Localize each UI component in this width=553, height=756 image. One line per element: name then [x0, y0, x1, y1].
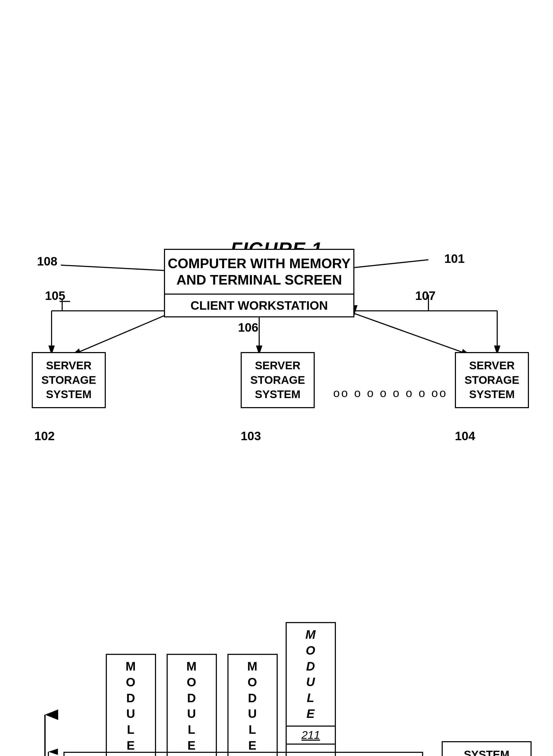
ref-106: 106 [238, 320, 258, 335]
ref-105: 105 [45, 288, 65, 303]
module-205: MODULE 205 INT 208 [106, 654, 156, 756]
module-211-letters: MODULE [287, 623, 335, 727]
module-206-letters: MODULE [168, 655, 216, 756]
framework-label: FRAMEWORK APPLICATION SOFTWARE 202 [65, 753, 422, 756]
ref-107: 107 [415, 288, 436, 303]
svg-line-5 [354, 314, 471, 355]
figure2-diagram: MODULE 205 INT 208 MODULE 206 INT 209 MO… [11, 593, 542, 756]
ref-102: 102 [34, 429, 55, 443]
server-box-right: SERVERSTORAGESYSTEM [455, 352, 529, 408]
figure1-diagram: COMPUTER WITH MEMORY AND TERMINAL SCREEN… [11, 238, 542, 577]
svg-line-1 [61, 265, 165, 271]
dots-decoration: oo o o o o o o oo [333, 387, 448, 400]
server-center-label: SERVERSTORAGESYSTEM [250, 359, 305, 401]
server-box-left: SERVERSTORAGESYSTEM [32, 352, 106, 408]
svg-line-0 [352, 260, 428, 268]
ref-103: 103 [241, 429, 261, 443]
ref-108: 108 [37, 254, 57, 268]
client-computer-label: COMPUTER WITH MEMORY AND TERMINAL SCREEN [165, 250, 353, 295]
module-211-num: 211 [287, 727, 335, 745]
server-box-center: SERVERSTORAGESYSTEM [241, 352, 315, 408]
svg-line-3 [71, 314, 169, 355]
module-205-letters: MODULE [107, 655, 155, 756]
client-workstation-label: CLIENT WORKSTATION [165, 295, 353, 316]
module-211: MODULE 211 [286, 622, 336, 756]
client-workstation-box: COMPUTER WITH MEMORY AND TERMINAL SCREEN… [164, 249, 354, 318]
server-left-label: SERVERSTORAGESYSTEM [42, 359, 96, 401]
framework-box: FRAMEWORK APPLICATION SOFTWARE 202 OPERA… [64, 752, 423, 756]
page: COMPUTER WITH MEMORY AND TERMINAL SCREEN… [0, 0, 553, 756]
server-right-label: SERVERSTORAGESYSTEM [465, 359, 520, 401]
ref-104: 104 [455, 429, 475, 443]
module-206: MODULE 206 INT 209 [167, 654, 217, 756]
sot-box: SYSTEMOBJECTTABLE 212 [442, 741, 532, 756]
ref-101: 101 [444, 252, 465, 266]
module-207: MODULE 207 INT 210 [227, 654, 278, 756]
module-207-letters: MODULE [229, 655, 276, 756]
